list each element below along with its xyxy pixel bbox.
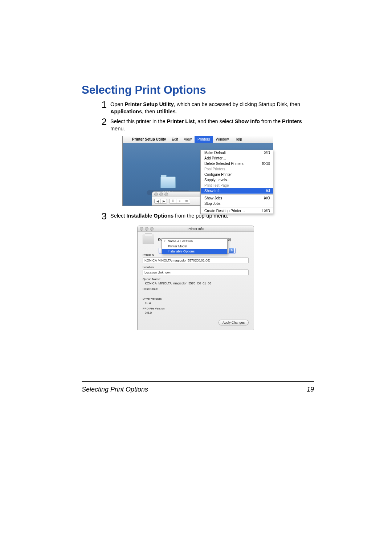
menu-label: Show Jobs [204, 196, 222, 200]
steps-list: 1 Open Printer Setup Utility, which can … [98, 101, 314, 330]
apply-changes-button[interactable]: Apply Changes [219, 320, 249, 325]
menu-label: Print Test Page [204, 183, 229, 187]
ppd-version-label: PPD File Version: [143, 307, 249, 310]
mac-desktop-window: Printer Setup Utility Edit View Printers… [122, 136, 273, 206]
menu-shortcut: ⌘O [264, 196, 270, 200]
menubar-printers[interactable]: Printers [195, 136, 213, 143]
screenshot-menubar: Printer Setup Utility Edit View Printers… [122, 136, 314, 206]
t: , and then select [195, 118, 234, 124]
t: Printers [282, 118, 302, 124]
menu-make-default[interactable]: Make Default⌘D [201, 150, 273, 155]
menu-label: Stop Jobs [204, 202, 220, 206]
t: Utilities [156, 109, 175, 114]
forward-icon[interactable]: ▶ [160, 199, 167, 203]
footer-rule [82, 381, 314, 382]
location-field[interactable]: Location Unknown [143, 270, 249, 275]
t: Select [110, 213, 126, 219]
t: Printer Setup Utility [125, 101, 174, 107]
menu-shortcut: ⌘⌫ [261, 162, 270, 166]
popup-option-name-location[interactable]: Name & Location [162, 239, 227, 244]
popup-arrows-icon[interactable]: ⇅ [229, 248, 234, 253]
menu-separator [201, 207, 273, 207]
footer-section-title: Selecting Print Options [82, 386, 148, 393]
menubar-view[interactable]: View [181, 136, 195, 143]
menu-label: Show Info [204, 189, 220, 193]
menubar-help[interactable]: Help [232, 136, 245, 143]
step-number: 2 [98, 117, 107, 126]
menubar-app[interactable]: Printer Setup Utility [129, 136, 169, 143]
popup-option-printer-model[interactable]: Printer Model [162, 244, 227, 249]
menu-label: Create Desktop Printer… [204, 209, 245, 213]
t: Select this printer in the [110, 118, 167, 124]
printer-icon [143, 235, 154, 244]
t: , then [142, 109, 156, 114]
printer-name-truncated-label: Printer N [143, 253, 154, 256]
folder-tab-icon [161, 175, 167, 177]
step-text: Open Printer Setup Utility, which can be… [110, 101, 314, 115]
t: Open [110, 101, 125, 107]
step-2: 2 Select this printer in the Printer Lis… [98, 118, 314, 132]
printer-name-field[interactable]: KONICA MINOLTA magicolor 5570(C0:01:06) [143, 258, 249, 263]
menu-delete-printers[interactable]: Delete Selected Printers⌘⌫ [201, 161, 273, 166]
queue-value: KONICA_MINOLTA_magicolor_5570_C0_01_06_ [143, 281, 249, 285]
location-label: Location: [143, 266, 249, 269]
window-titlebar: Printer Info [138, 226, 254, 232]
window-title: Printer Info [138, 227, 254, 231]
step-text: Select this printer in the Printer List,… [110, 118, 314, 132]
menu-print-test-page: Print Test Page [201, 183, 273, 188]
t: Printer List [167, 118, 195, 124]
menu-stop-jobs[interactable]: Stop Jobs [201, 201, 273, 206]
t: menu. [110, 126, 125, 131]
menubar-edit[interactable]: Edit [169, 136, 181, 143]
ppd-version-value: 0.5.0 [143, 310, 249, 315]
menu-show-jobs[interactable]: Show Jobs⌘O [201, 195, 273, 201]
popup-option-installable-options[interactable]: Installable Options [162, 249, 227, 254]
menu-pool-printers: Pool Printers… [201, 166, 273, 172]
step-number: 1 [98, 100, 107, 109]
page-heading: Selecting Print Options [82, 84, 314, 97]
screenshot-printer-info: Printer Info KONICA MINOLTA magicolor 55… [137, 226, 314, 330]
driver-version-value: 10.4 [143, 300, 249, 305]
menubar-window[interactable]: Window [213, 136, 232, 143]
list-view-icon[interactable]: ≡ [176, 199, 183, 203]
menu-configure-printer[interactable]: Configure Printer [201, 172, 273, 177]
menu-label: Add Printer… [204, 156, 226, 160]
menu-label: Delete Selected Printers [204, 162, 244, 166]
back-icon[interactable]: ◀ [155, 199, 160, 203]
traffic-zoom-icon[interactable] [164, 193, 168, 196]
column-view-icon[interactable]: ▥ [183, 199, 190, 203]
apply-row: Apply Changes [143, 320, 249, 325]
menu-label: Supply Levels… [204, 178, 230, 182]
menu-shortcut: ⌘I [265, 189, 270, 193]
desktop: mc2550-ja-rg Make Default⌘D Add Printer…… [123, 143, 273, 206]
menu-label: Pool Printers… [204, 167, 229, 171]
page-footer: Selecting Print Options 19 [82, 386, 314, 393]
menu-create-desktop-printer[interactable]: Create Desktop Printer…⇧⌘D [201, 208, 273, 214]
t: Installable Options [126, 213, 173, 219]
folder-icon[interactable] [160, 177, 176, 188]
traffic-min-icon[interactable] [159, 193, 163, 196]
menu-separator [201, 194, 273, 195]
menu-supply-levels[interactable]: Supply Levels… [201, 177, 273, 183]
view-mode-segment[interactable]: ⠿ ≡ ▥ [169, 199, 190, 204]
nav-back-forward[interactable]: ◀ ▶ [154, 199, 167, 204]
t: Applications [110, 109, 142, 114]
host-label: Host Name: [143, 287, 249, 291]
footer-page-number: 19 [307, 386, 314, 393]
document-page: Selecting Print Options 1 Open Printer S… [0, 0, 392, 555]
step-1: 1 Open Printer Setup Utility, which can … [98, 101, 314, 115]
menu-add-printer[interactable]: Add Printer… [201, 155, 273, 161]
printers-dropdown: Make Default⌘D Add Printer… Delete Selec… [200, 150, 273, 214]
queue-label: Queue Name: [143, 278, 249, 281]
driver-version-label: Driver Version: [143, 297, 249, 300]
t: , which can be accessed by clicking Star… [174, 101, 300, 107]
t: Show Info [235, 118, 260, 124]
traffic-close-icon[interactable] [154, 193, 158, 196]
menubar: Printer Setup Utility Edit View Printers… [123, 136, 273, 143]
menu-show-info[interactable]: Show Info⌘I [201, 188, 273, 194]
menu-label: Make Default [204, 151, 226, 155]
menu-shortcut: ⇧⌘D [261, 209, 270, 213]
icon-view-icon[interactable]: ⠿ [170, 199, 176, 203]
section-popup-panel: Name & Location Printer Model Installabl… [162, 238, 228, 254]
menu-shortcut: ⌘D [264, 151, 270, 155]
